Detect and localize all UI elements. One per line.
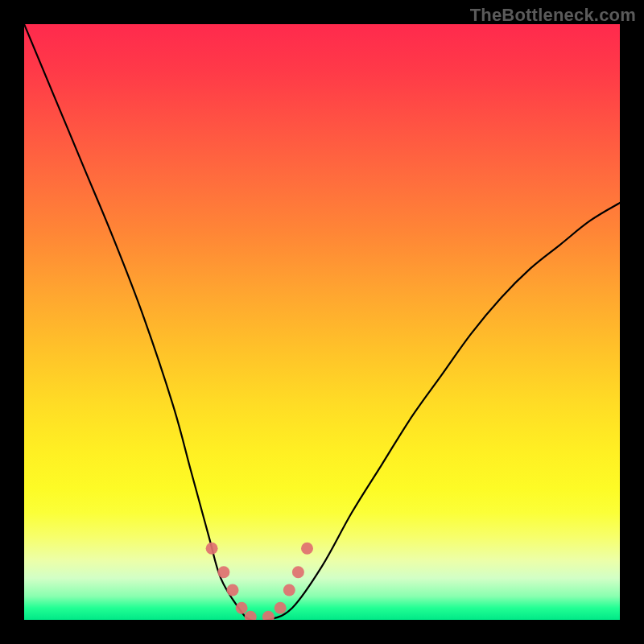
chart-canvas: TheBottleneck.com — [0, 0, 644, 644]
curve-marker — [217, 566, 229, 578]
curve-marker — [227, 584, 239, 597]
curve-marker — [292, 566, 304, 578]
bottleneck-curve — [24, 24, 620, 620]
plot-area — [24, 24, 620, 620]
curve-marker — [262, 611, 275, 620]
curve-marker — [206, 543, 218, 555]
curve-marker — [245, 611, 257, 620]
curve-marker — [275, 602, 287, 614]
curve-marker — [301, 543, 313, 555]
curve-layer — [24, 24, 620, 620]
curve-marker — [283, 584, 295, 597]
watermark-text: TheBottleneck.com — [470, 5, 636, 26]
curve-marker — [236, 602, 248, 614]
